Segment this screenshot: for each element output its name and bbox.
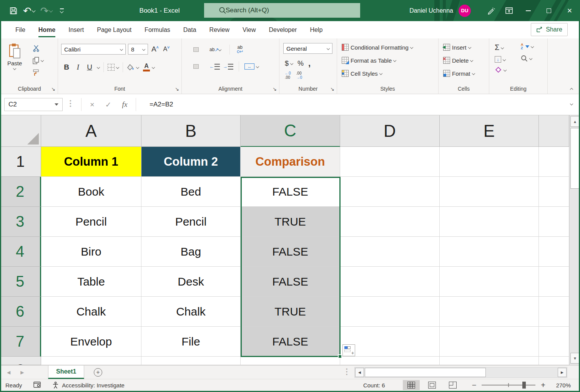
- zoom-slider-thumb[interactable]: [522, 382, 526, 389]
- search-box[interactable]: [204, 3, 360, 18]
- increase-decimal-button[interactable]: ←0.00: [285, 71, 291, 80]
- column-header-D[interactable]: D: [340, 115, 440, 147]
- cell-D8-partial[interactable]: [340, 357, 440, 365]
- fill-color-button[interactable]: [127, 64, 139, 71]
- row-header-8-partial[interactable]: 8: [0, 357, 41, 365]
- borders-button[interactable]: [108, 64, 119, 71]
- currency-dropdown-icon[interactable]: [290, 62, 293, 65]
- increase-indent-button[interactable]: →: [223, 64, 233, 70]
- zoom-level[interactable]: 270%: [551, 382, 571, 389]
- cell-F7[interactable]: [539, 327, 569, 357]
- zoom-in-button[interactable]: +: [541, 381, 545, 390]
- cell-C8-partial[interactable]: [241, 357, 340, 365]
- decrease-decimal-button[interactable]: .00→0: [296, 71, 302, 80]
- whats-new-pen-icon[interactable]: [482, 0, 500, 21]
- accessibility-status[interactable]: Accessibility: Investigate: [52, 382, 125, 389]
- copy-dropdown-icon[interactable]: [41, 59, 44, 62]
- select-all-corner[interactable]: [0, 115, 41, 147]
- fill-button[interactable]: ↓: [495, 56, 506, 63]
- name-box-dropdown-icon[interactable]: [55, 103, 58, 106]
- cell-D5[interactable]: [340, 267, 440, 297]
- cell-F3[interactable]: [539, 207, 569, 237]
- tab-scroll-splitter[interactable]: •••: [346, 368, 347, 377]
- tab-page-layout[interactable]: Page Layout: [90, 21, 138, 38]
- cell-B6[interactable]: Chalk: [141, 297, 241, 327]
- new-sheet-button[interactable]: +: [94, 368, 102, 377]
- name-box[interactable]: C2: [4, 98, 63, 111]
- tab-home[interactable]: Home: [32, 21, 62, 38]
- merge-center-button[interactable]: ↔: [244, 63, 259, 70]
- column-header-E[interactable]: E: [440, 115, 539, 147]
- tab-review[interactable]: Review: [203, 21, 236, 38]
- maximize-button[interactable]: [538, 0, 559, 21]
- format-painter-button[interactable]: [33, 68, 43, 77]
- vertical-scrollbar-thumb[interactable]: [570, 128, 580, 189]
- next-sheet-icon[interactable]: ▶: [20, 370, 24, 375]
- alignment-dialog-launcher-icon[interactable]: ↘: [273, 86, 277, 92]
- cell-F4[interactable]: [539, 237, 569, 267]
- macro-record-icon[interactable]: [33, 382, 41, 389]
- decrease-font-size-button[interactable]: A˅: [162, 45, 171, 53]
- expand-formula-bar-icon[interactable]: [570, 102, 573, 105]
- italic-button[interactable]: I: [74, 63, 82, 71]
- undo-dropdown-icon[interactable]: [32, 9, 35, 13]
- orientation-dropdown-icon[interactable]: [218, 48, 221, 51]
- redo-button[interactable]: ↷: [40, 6, 52, 16]
- tab-insert[interactable]: Insert: [62, 21, 90, 38]
- wrap-text-button[interactable]: abc↩: [237, 45, 243, 54]
- cell-F2[interactable]: [539, 177, 569, 207]
- middle-align-button[interactable]: [193, 47, 199, 52]
- cut-button[interactable]: [33, 44, 43, 52]
- increase-font-size-button[interactable]: A˄: [150, 45, 160, 53]
- tab-formulas[interactable]: Formulas: [138, 21, 177, 38]
- cell-B8-partial[interactable]: [141, 357, 241, 365]
- cell-E6[interactable]: [440, 297, 539, 327]
- cell-B4[interactable]: Bag: [141, 237, 241, 267]
- row-header-4[interactable]: 4: [0, 237, 41, 267]
- cell-C1[interactable]: Comparison: [241, 147, 340, 177]
- format-cells-button[interactable]: Format: [443, 69, 475, 78]
- scroll-down-icon[interactable]: ▼: [570, 353, 580, 364]
- comma-format-button[interactable]: ,: [308, 58, 311, 68]
- cell-A2[interactable]: Book: [41, 177, 141, 207]
- align-left-button[interactable]: [186, 65, 190, 68]
- cell-B1[interactable]: Column 2: [141, 147, 241, 177]
- cell-F1[interactable]: [539, 147, 569, 177]
- insert-cells-button[interactable]: Insert: [443, 43, 471, 51]
- clipboard-dialog-launcher-icon[interactable]: ↘: [51, 86, 55, 92]
- cell-E3[interactable]: [440, 207, 539, 237]
- paste-dropdown-icon[interactable]: [13, 67, 16, 70]
- cell-E5[interactable]: [440, 267, 539, 297]
- sheet-tab-sheet1[interactable]: Sheet1: [48, 365, 84, 379]
- format-as-table-dropdown-icon[interactable]: [393, 59, 396, 62]
- font-color-dropdown-icon[interactable]: [152, 66, 155, 69]
- cell-A8-partial[interactable]: [41, 357, 141, 365]
- scroll-left-icon[interactable]: ◀: [355, 368, 364, 377]
- decrease-indent-button[interactable]: ←: [209, 64, 220, 70]
- customize-quick-access-icon[interactable]: [60, 8, 64, 13]
- percent-format-button[interactable]: %: [297, 60, 304, 68]
- borders-dropdown-icon[interactable]: [116, 66, 119, 69]
- row-header-1[interactable]: 1: [0, 147, 41, 177]
- save-icon[interactable]: [9, 7, 18, 15]
- delete-dropdown-icon[interactable]: [470, 59, 473, 62]
- number-format-combo[interactable]: General: [283, 43, 332, 54]
- column-header-A[interactable]: A: [41, 115, 141, 147]
- formula-input[interactable]: =A2=B2: [150, 98, 173, 111]
- number-dialog-launcher-icon[interactable]: ↘: [330, 86, 334, 92]
- cell-F5[interactable]: [539, 267, 569, 297]
- count-status[interactable]: Count: 6: [363, 382, 385, 389]
- ribbon-display-options-icon[interactable]: [500, 0, 518, 21]
- fill-color-dropdown-icon[interactable]: [136, 66, 139, 69]
- page-layout-view-button[interactable]: [424, 380, 440, 390]
- autofill-options-button[interactable]: +: [342, 344, 355, 356]
- copy-button[interactable]: [33, 56, 43, 65]
- column-header-C[interactable]: C: [241, 115, 340, 147]
- minimize-button[interactable]: [518, 0, 538, 21]
- prev-sheet-icon[interactable]: ◀: [7, 370, 10, 375]
- clear-dropdown-icon[interactable]: [504, 68, 507, 71]
- fill-handle[interactable]: [338, 354, 342, 359]
- conditional-formatting-dropdown-icon[interactable]: [410, 46, 413, 49]
- cell-E4[interactable]: [440, 237, 539, 267]
- cell-A7[interactable]: Envelop: [41, 327, 141, 357]
